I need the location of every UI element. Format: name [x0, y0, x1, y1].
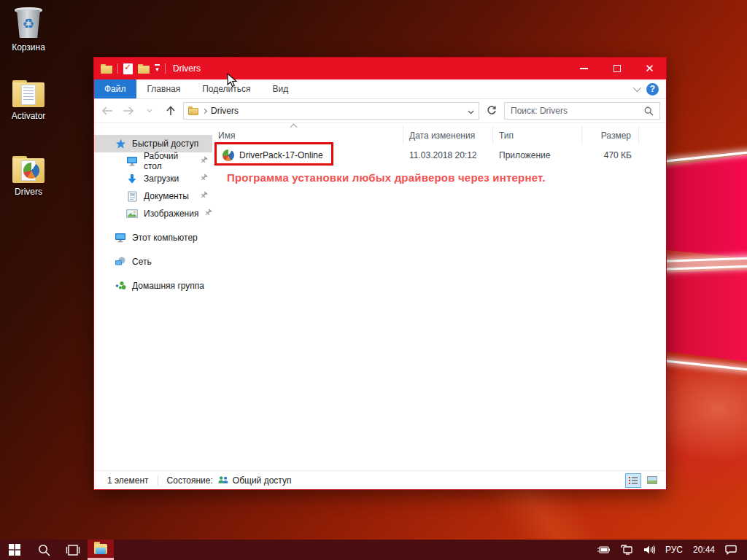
minimize-button[interactable]: [568, 58, 600, 79]
minimize-icon: [580, 68, 588, 69]
recycle-bin-icon: ♻: [14, 6, 43, 39]
action-center-icon[interactable]: [725, 545, 737, 555]
refresh-button[interactable]: [483, 102, 500, 120]
sidebar-item-quick-access[interactable]: Быстрый доступ: [94, 135, 212, 152]
taskbar-search-button[interactable]: [29, 540, 58, 560]
sidebar-item-homegroup[interactable]: Домашняя группа: [94, 277, 212, 295]
system-tray: РУС 20:44: [596, 540, 747, 560]
address-dropdown-button[interactable]: [468, 104, 474, 117]
chevron-down-icon: [147, 109, 152, 113]
view-toggles: [625, 473, 660, 488]
title-bar[interactable]: ✓ ▾ Drivers ✕: [94, 58, 666, 79]
up-arrow-icon: [166, 106, 176, 116]
quick-access-toolbar: ✓ ▾: [94, 63, 166, 74]
column-header-size[interactable]: Размер: [582, 126, 639, 144]
help-button[interactable]: ?: [646, 83, 659, 96]
up-button[interactable]: [162, 102, 179, 120]
back-button[interactable]: [98, 102, 116, 120]
sidebar-item-pictures[interactable]: Изображения: [94, 205, 212, 222]
file-name-cell[interactable]: DriverPack-17-Online: [212, 149, 403, 161]
address-bar: Drivers Поиск: Drivers: [94, 99, 666, 123]
taskbar-file-explorer-button[interactable]: [88, 540, 114, 560]
items-count: 1 элемент: [107, 475, 149, 486]
task-view-button[interactable]: [58, 540, 88, 560]
forward-button[interactable]: [120, 102, 137, 120]
windows-logo-icon: [9, 544, 20, 556]
separator: [117, 63, 118, 74]
sidebar-item-this-pc[interactable]: Этот компьютер: [94, 229, 212, 246]
tab-file[interactable]: Файл: [94, 79, 136, 98]
clock[interactable]: 20:44: [693, 545, 715, 555]
caption-buttons: ✕: [568, 58, 666, 79]
back-arrow-icon: [101, 106, 113, 115]
volume-icon[interactable]: [643, 545, 655, 555]
search-placeholder: Поиск: Drivers: [511, 106, 644, 116]
annotation-text: Программа установки любых драйверов чере…: [227, 171, 546, 184]
tab-home[interactable]: Главная: [136, 79, 192, 98]
sidebar-item-label: Быстрый доступ: [132, 139, 198, 149]
sidebar-item-label: Этот компьютер: [132, 233, 198, 243]
battery-icon[interactable]: [596, 545, 611, 554]
desktop-icon-recycle-bin[interactable]: ♻ Корзина: [0, 6, 57, 52]
sidebar-item-downloads[interactable]: Загрузки: [94, 170, 212, 187]
desktop-icon-drivers[interactable]: Drivers: [0, 156, 57, 197]
start-button[interactable]: [0, 540, 29, 560]
navigation-pane: Быстрый доступ Рабочий стол Загрузки: [94, 123, 212, 470]
large-icons-view-button[interactable]: [644, 473, 660, 488]
language-indicator[interactable]: РУС: [665, 545, 683, 555]
sidebar-item-desktop[interactable]: Рабочий стол: [94, 152, 212, 170]
tab-share[interactable]: Поделиться: [191, 79, 261, 98]
desktop-icon-label: Activator: [0, 111, 57, 121]
tab-view[interactable]: Вид: [261, 79, 299, 98]
customize-toolbar-dropdown-icon[interactable]: ▾: [155, 64, 160, 73]
properties-icon[interactable]: ✓: [123, 63, 133, 74]
address-field[interactable]: Drivers: [183, 102, 479, 120]
driverpack-app-icon: [222, 149, 234, 161]
desktop-icon-label: Drivers: [0, 187, 57, 197]
search-box[interactable]: Поиск: Drivers: [504, 102, 660, 120]
pin-icon: [200, 156, 208, 166]
explorer-window: ✓ ▾ Drivers ✕ Файл Главная Поделиться Ви…: [93, 57, 667, 490]
file-explorer-icon: [94, 544, 107, 554]
separator: [158, 475, 158, 486]
recent-locations-button[interactable]: [141, 102, 158, 120]
sidebar-item-label: Документы: [144, 191, 189, 201]
quick-access-star-icon: [115, 138, 126, 149]
pin-icon: [200, 191, 208, 201]
new-folder-icon[interactable]: [138, 64, 150, 74]
sidebar-item-documents[interactable]: Документы: [94, 187, 212, 205]
column-header-date[interactable]: Дата изменения: [403, 126, 493, 144]
ribbon-tab-strip: Файл Главная Поделиться Вид ?: [94, 79, 666, 99]
network-icon[interactable]: [621, 545, 633, 555]
desktop-icon-activator[interactable]: Activator: [0, 80, 57, 121]
file-date-cell: 11.03.2018 20:12: [403, 150, 493, 160]
close-button[interactable]: ✕: [633, 58, 666, 79]
file-row[interactable]: DriverPack-17-Online 11.03.2018 20:12 Пр…: [212, 144, 666, 166]
folder-icon: [11, 80, 46, 108]
homegroup-icon: [115, 280, 126, 292]
taskbar: РУС 20:44: [0, 540, 747, 560]
state-label: Состояние:: [167, 475, 213, 486]
sidebar-item-label: Рабочий стол: [144, 151, 194, 171]
shared-users-icon: [217, 475, 229, 486]
refresh-icon: [487, 106, 497, 116]
file-list-area: Имя Дата изменения Тип Размер DriverPack…: [212, 123, 666, 470]
ribbon-collapse-icon[interactable]: [633, 84, 641, 92]
column-header-type[interactable]: Тип: [493, 126, 582, 144]
sidebar-item-network[interactable]: Сеть: [94, 253, 212, 271]
pin-icon: [200, 174, 208, 184]
large-icons-view-icon: [647, 476, 657, 484]
column-headers: Имя Дата изменения Тип Размер: [212, 126, 666, 144]
breadcrumb[interactable]: Drivers: [211, 106, 239, 116]
maximize-button[interactable]: [600, 58, 633, 79]
window-title: Drivers: [173, 63, 568, 74]
search-icon: [38, 544, 50, 556]
location-folder-icon: [188, 106, 198, 115]
details-view-button[interactable]: [625, 473, 641, 488]
close-icon: ✕: [645, 63, 654, 74]
search-icon[interactable]: [644, 106, 654, 116]
column-header-name[interactable]: Имя: [212, 126, 403, 144]
pictures-icon: [126, 208, 138, 219]
sidebar-item-label: Загрузки: [144, 174, 179, 184]
file-size-cell: 470 КБ: [582, 150, 639, 160]
